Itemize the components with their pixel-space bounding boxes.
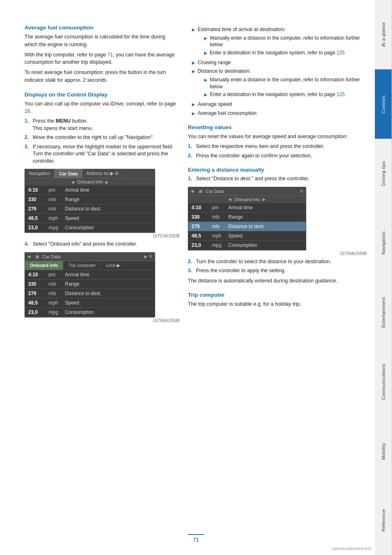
- reset-step-2-text: Press the controller again to confirm yo…: [196, 152, 312, 160]
- step-3-text: If necessary, move the highlight marker …: [33, 143, 180, 165]
- screen3-header-text: Car Data: [204, 187, 225, 195]
- screen3-label-2: Range: [225, 212, 306, 222]
- displays-para1: You can also call up the computer via iD…: [24, 100, 180, 116]
- screen3-unit-2: mls: [209, 212, 225, 222]
- step-1-num: 1.: [24, 118, 30, 132]
- screen3-settings-icon: ⚙: [297, 187, 306, 195]
- screen1-row-2: 330 mls Range: [25, 195, 155, 204]
- step-1: 1. Press the MENU button.This opens the …: [24, 118, 180, 132]
- main-content: Average fuel consumption The average fue…: [0, 0, 375, 555]
- screen1-header-text: Onboard info: [77, 179, 103, 184]
- section-heading-avg-fuel: Average fuel consumption: [24, 25, 180, 31]
- screen2-row-5: 23,0 mpg Consumption: [25, 307, 155, 317]
- arrow-item-5: ▶ Average fuel consumption: [192, 110, 367, 117]
- screen2-unit-2: mls: [45, 279, 62, 289]
- entering-note: The distance is automatically entered du…: [188, 277, 367, 285]
- screen1-arrow-left: ◀: [71, 180, 74, 184]
- screen1-arrow-right: ▶: [105, 180, 109, 184]
- screen1-unit-5: mpg: [45, 223, 62, 233]
- step4-list: 4. Select "Onboard info" and press the c…: [24, 241, 180, 248]
- screen3-label-5: Consumption: [225, 240, 306, 250]
- screen1-unit-4: mph: [45, 214, 62, 223]
- screen1-unit-2: mls: [45, 195, 62, 204]
- screen2-arrow-left: ◀: [25, 253, 33, 260]
- screen2-label-4: Speed: [62, 298, 155, 307]
- step-2-text: Move the controller to the right to call…: [33, 134, 154, 141]
- sub-item-3-1-text: Manually enter a distance in the compute…: [210, 76, 367, 90]
- sub-item-1-2-text: Enter a destination in the navigation sy…: [210, 49, 345, 56]
- step-3: 3. If necessary, move the highlight mark…: [24, 143, 180, 165]
- screen2-val-4: 48,5: [25, 298, 45, 307]
- displays-page-link[interactable]: 16: [24, 108, 30, 114]
- screen3-val-4: 48,5: [188, 231, 209, 240]
- screen3-header-text-main: Onboard info: [234, 197, 260, 202]
- reset-step-2-num: 2.: [188, 152, 194, 160]
- page-link-125-1[interactable]: 125: [336, 50, 345, 56]
- screen2-unit-3: mls: [45, 289, 62, 298]
- sub-list-3: ▶ Manually enter a distance in the compu…: [204, 76, 367, 98]
- displays-para1-suffix: .: [30, 108, 31, 114]
- reset-step-1-num: 1.: [188, 143, 194, 150]
- screen2-row-2: 330 mls Range: [25, 279, 155, 289]
- arrow-icon-1: ▶: [192, 27, 195, 58]
- sub-arrow-icon-3-2: ▶: [204, 92, 207, 98]
- section-heading-resetting: Resetting values: [188, 124, 367, 130]
- screen2-row-3: 279 mls Distance to dest.: [25, 289, 155, 298]
- screen1-unit-3: mls: [45, 204, 62, 214]
- screen1-label-4: Speed: [62, 214, 155, 223]
- page-link-125-2[interactable]: 125: [336, 92, 345, 97]
- right-arrow-list: ▶ Estimated time of arrival at destinati…: [192, 26, 367, 117]
- sub-item-3-2: ▶ Enter a destination in the navigation …: [204, 91, 367, 98]
- screen2-val-1: 4:10: [25, 270, 45, 280]
- entering-steps-after: 2. Turn the controller to select the dis…: [188, 258, 367, 275]
- screen1-val-4: 48,5: [25, 214, 45, 223]
- screen1-label-5: Consumption: [62, 223, 155, 233]
- watermark: carmanualsonline.info: [332, 546, 372, 551]
- sidebar-item-entertainment[interactable]: Entertainment: [375, 278, 392, 347]
- screen1-unit-1: pm: [45, 186, 62, 195]
- screen2-row-1: 4:10 pm Arrival time: [25, 270, 155, 280]
- section-heading-trip: Trip computer: [188, 292, 367, 298]
- avg-fuel-para1: The average fuel consumption is calculat…: [24, 33, 180, 49]
- screen2-label-1: Arrival time: [62, 270, 155, 280]
- sidebar-item-navigation[interactable]: Navigation: [375, 208, 392, 278]
- screen2-tab-trip: Trip computer: [63, 261, 101, 270]
- enter-step-1-num: 1.: [188, 175, 194, 183]
- arrow-icon-2: ▶: [192, 60, 195, 67]
- screen2-unit-5: mpg: [45, 307, 62, 317]
- screen2-unit-1: pm: [45, 270, 62, 280]
- screen1-tab-bar: Navigation Car Data Address bo ▶ ⚙: [25, 169, 155, 178]
- screen1-val-2: 330: [25, 195, 45, 204]
- sidebar-item-reference[interactable]: Reference: [375, 486, 392, 555]
- step-3-num: 3.: [24, 143, 30, 165]
- screen3-val-5: 23,0: [188, 240, 209, 250]
- screen3-unit-3: mls: [209, 222, 225, 231]
- reset-step-2: 2. Press the controller again to confirm…: [188, 152, 367, 160]
- screen3-val-2: 330: [188, 212, 209, 222]
- sidebar-item-at-a-glance[interactable]: At a glance: [375, 0, 392, 69]
- sidebar-item-communications[interactable]: Communications: [375, 347, 392, 416]
- sub-item-3-1: ▶ Manually enter a distance in the compu…: [204, 76, 367, 90]
- sidebar-item-controls[interactable]: Controls: [375, 69, 392, 139]
- resetting-steps: 1. Select the respective menu item and p…: [188, 143, 367, 159]
- screen2-inner-tabs: Onboard info Trip computer Limit ▶: [25, 261, 155, 270]
- avg-fuel-page-link[interactable]: 71: [107, 52, 113, 58]
- screen2-label-3: Distance to dest.: [62, 289, 155, 298]
- arrow-icon-5: ▶: [192, 111, 195, 117]
- avg-fuel-para2-prefix: With the trip computer, refer to page: [24, 52, 107, 58]
- displays-para1-prefix: You can also call up the computer via iD…: [24, 101, 176, 107]
- sub-arrow-icon-1-1: ▶: [204, 36, 207, 49]
- step-4-text: Select "Onboard info" and press the cont…: [33, 241, 137, 248]
- step-2: 2. Move the controller to the right to c…: [24, 134, 180, 141]
- screen3-label-4: Speed: [225, 231, 306, 240]
- sidebar-item-driving-tips[interactable]: Driving tips: [375, 139, 392, 208]
- arrow-item-4: ▶ Average speed: [192, 101, 367, 108]
- screen2-tab-limit: Limit ▶: [101, 261, 125, 270]
- screen2-table: 4:10 pm Arrival time 330 mls Range 279 m…: [25, 270, 155, 317]
- enter-step-3: 3. Press the controller to apply the set…: [188, 267, 367, 275]
- screen2-tab-onboard: Onboard info: [25, 261, 63, 270]
- screen3-unit-5: mpg: [209, 240, 225, 250]
- sidebar-item-mobility[interactable]: Mobility: [375, 416, 392, 486]
- arrow-item-1: ▶ Estimated time of arrival at destinati…: [192, 26, 367, 58]
- arrow-item-1-content: Estimated time of arrival at destination…: [198, 26, 367, 58]
